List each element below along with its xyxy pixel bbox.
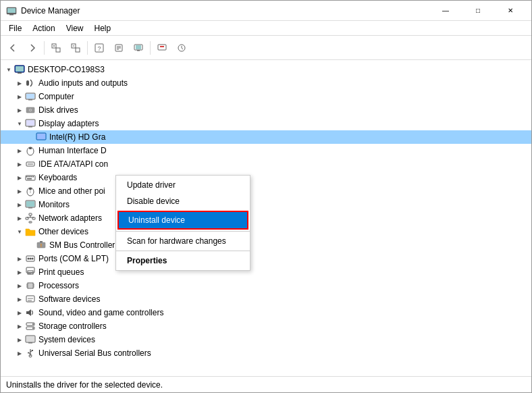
svg-rect-62 [40,241,43,242]
tree-item-other[interactable]: Other devices [1,225,531,238]
svg-rect-56 [29,221,32,223]
close-button[interactable]: ✕ [495,1,526,21]
tree-item-ide[interactable]: IDE ATA/ATAPI con [1,157,531,171]
computer-expand[interactable] [14,91,25,102]
tree-item-hid[interactable]: Human Interface D [1,144,531,157]
uninstall-button[interactable] [153,38,171,57]
ctx-update-driver[interactable]: Update driver [116,177,250,193]
tree-item-intel[interactable]: Intel(R) HD Gra [1,130,531,144]
collapse-all-button[interactable] [66,38,85,57]
ide-expand[interactable] [14,159,25,169]
storage-icon [25,321,36,332]
tree-item-print[interactable]: Print queues [1,265,531,279]
hid-expand[interactable] [14,145,25,156]
svg-point-31 [30,109,31,111]
mice-icon [25,186,36,196]
ctx-scan-hardware[interactable]: Scan for hardware changes [116,233,250,249]
other-expand[interactable] [14,226,25,237]
ports-icon [25,253,36,264]
storage-expand[interactable] [14,321,25,332]
back-button[interactable] [3,38,22,57]
tree-item-sound[interactable]: Sound, video and game controllers [1,306,531,319]
svg-rect-44 [30,176,32,178]
minimize-button[interactable]: — [430,1,461,21]
separator-1 [44,41,45,55]
proc-label: Processors [38,281,79,290]
print-label: Print queues [38,267,84,277]
root-expand[interactable] [3,64,14,75]
system-expand[interactable] [14,334,25,345]
tree-item-audio[interactable]: Audio inputs and outputs [1,76,531,90]
svg-rect-52 [28,207,32,209]
software-icon [25,294,36,305]
svg-rect-28 [28,99,32,101]
menu-action[interactable]: Action [27,21,60,36]
tree-item-monitors[interactable]: Monitors [1,198,531,211]
scan-button[interactable] [172,38,191,57]
tree-item-computer[interactable]: Computer [1,90,531,103]
svg-rect-18 [137,50,140,51]
computer-label: Computer [38,92,74,101]
tree-item-disk[interactable]: Disk drives [1,103,531,117]
tree-item-display[interactable]: Display adapters [1,117,531,130]
other-label: Other devices [38,227,88,236]
device-tree[interactable]: DESKTOP-CO198S3 Audio inputs and outputs [1,60,531,376]
tree-item-software[interactable]: Software devices [1,292,531,306]
smbus-expand [25,240,36,251]
network-expand[interactable] [14,213,25,224]
tree-item-system[interactable]: System devices [1,333,531,346]
menu-file[interactable]: File [3,21,27,36]
computer-button[interactable] [129,38,148,57]
toolbar: ? [1,36,531,60]
ctx-separator [116,231,250,232]
mice-expand[interactable] [14,186,25,196]
svg-rect-34 [28,126,32,128]
tree-item-network[interactable]: Network adapters [1,211,531,225]
software-expand[interactable] [14,294,25,305]
sound-label: Sound, video and game controllers [38,308,163,317]
tree-root[interactable]: DESKTOP-CO198S3 [1,63,531,76]
svg-rect-23 [16,66,24,72]
tree-item-ports[interactable]: Ports (COM & LPT) [1,252,531,265]
svg-rect-72 [28,284,32,288]
usb-expand[interactable] [14,348,25,359]
proc-expand[interactable] [14,280,25,291]
svg-point-84 [32,323,34,325]
tree-item-storage[interactable]: Storage controllers [1,319,531,333]
help-button[interactable]: ? [90,38,109,57]
sound-icon [25,307,36,318]
menu-view[interactable]: View [61,21,89,36]
ide-label: IDE ATA/ATAPI con [38,159,108,169]
keyboard-expand[interactable] [14,172,25,183]
network-icon [25,213,36,224]
svg-rect-69 [28,272,32,273]
svg-text:!: ! [41,243,42,248]
menu-help[interactable]: Help [89,21,117,36]
expand-all-button[interactable] [47,38,65,57]
ctx-properties[interactable]: Properties [116,253,250,269]
tree-item-smbus[interactable]: ! SM Bus Controller [1,238,531,252]
tree-item-keyboard[interactable]: Keyboards [1,171,531,184]
svg-rect-1 [7,8,16,13]
ctx-uninstall-device[interactable]: Uninstall device [117,211,248,230]
audio-expand[interactable] [14,78,25,88]
smbus-label: SM Bus Controller [49,240,115,250]
menu-bar: File Action View Help [1,21,531,36]
maximize-button[interactable]: □ [462,1,494,21]
ports-expand[interactable] [14,253,25,264]
display-expand[interactable] [14,118,25,129]
svg-rect-51 [26,201,34,207]
properties-button[interactable] [109,38,128,57]
ctx-disable-device[interactable]: Disable device [116,193,250,209]
print-expand[interactable] [14,267,25,278]
storage-label: Storage controllers [38,321,107,331]
forward-button[interactable] [23,38,42,57]
tree-item-mice[interactable]: Mice and other poi [1,184,531,198]
tree-item-usb[interactable]: Universal Serial Bus controllers [1,346,531,360]
disk-expand[interactable] [14,105,25,115]
svg-rect-43 [28,176,30,178]
monitors-expand[interactable] [14,199,25,210]
sound-expand[interactable] [14,307,25,318]
ide-icon [25,159,36,169]
tree-item-proc[interactable]: Processors [1,279,531,292]
